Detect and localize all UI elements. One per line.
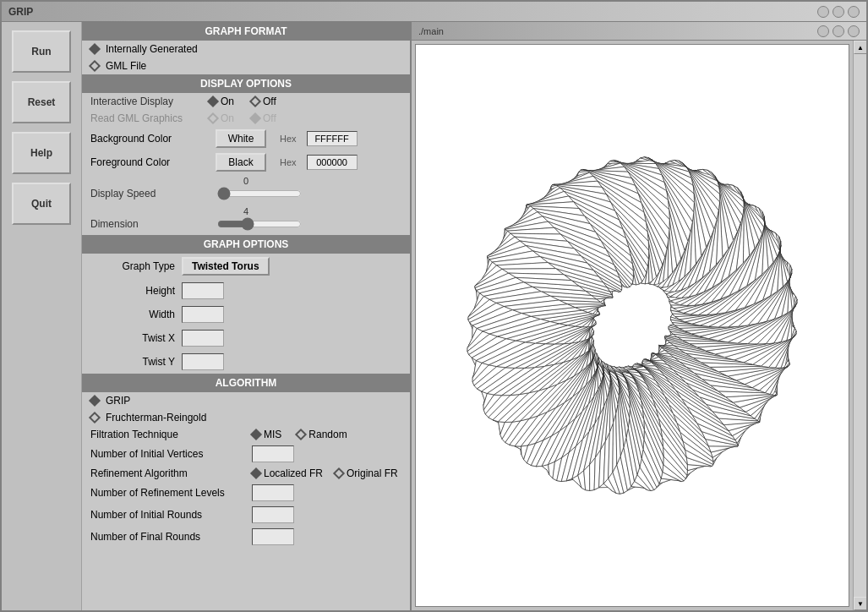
display-speed-label: Display Speed bbox=[90, 188, 209, 199]
initial-vertices-row: Number of Initial Vertices 4 bbox=[82, 443, 410, 465]
random-item[interactable]: Random bbox=[297, 429, 347, 440]
background-hex-label: Hex bbox=[280, 134, 297, 144]
graph-type-label: Graph Type bbox=[90, 260, 175, 272]
localized-fr-label: Localized FR bbox=[264, 467, 323, 479]
internally-generated-selected-icon bbox=[89, 43, 101, 55]
app-window: GRIP Run Reset Help Quit GRAPH FORMAT In… bbox=[0, 0, 868, 612]
interactive-display-label: Interactive Display bbox=[90, 96, 209, 107]
refinement-levels-label: Number of Refinement Levels bbox=[90, 487, 247, 499]
close-btn[interactable] bbox=[817, 6, 829, 18]
title-bar: GRIP bbox=[2, 2, 866, 22]
initial-rounds-input[interactable]: 20 bbox=[252, 506, 294, 523]
random-icon bbox=[295, 429, 307, 440]
quit-button[interactable]: Quit bbox=[12, 183, 71, 225]
twist-x-input[interactable]: 4 bbox=[182, 330, 224, 347]
refinement-label: Refinement Algorithm bbox=[90, 467, 247, 479]
canvas-area bbox=[415, 44, 849, 607]
canvas-close-btn[interactable] bbox=[817, 25, 829, 37]
dimension-container: 4 Dimension bbox=[82, 205, 410, 235]
title-bar-buttons bbox=[817, 6, 860, 18]
initial-vertices-input[interactable]: 4 bbox=[252, 445, 294, 462]
read-gml-on-label: On bbox=[221, 112, 234, 124]
initial-rounds-label: Number of Initial Rounds bbox=[90, 509, 247, 521]
background-color-button[interactable]: White bbox=[216, 129, 266, 148]
canvas-maximize-btn[interactable] bbox=[848, 25, 860, 37]
height-row: Height 40 bbox=[82, 279, 410, 303]
height-label: Height bbox=[90, 285, 175, 297]
twist-x-label: Twist X bbox=[90, 332, 175, 344]
mis-icon bbox=[250, 429, 262, 440]
graph-type-button[interactable]: Twisted Torus bbox=[182, 257, 270, 276]
interactive-display-group: On Off bbox=[209, 96, 276, 107]
twist-y-input[interactable]: 2 bbox=[182, 353, 224, 370]
initial-vertices-label: Number of Initial Vertices bbox=[90, 448, 247, 460]
grip-row: GRIP bbox=[82, 392, 410, 409]
scroll-down-button[interactable]: ▼ bbox=[854, 597, 866, 610]
original-fr-item[interactable]: Original FR bbox=[335, 467, 398, 479]
width-input[interactable]: 30 bbox=[182, 306, 224, 323]
canvas-panel: ./main bbox=[412, 22, 866, 610]
random-label: Random bbox=[308, 429, 347, 440]
control-panel: GRAPH FORMAT Internally Generated GML Fi… bbox=[82, 22, 412, 610]
interactive-on-icon bbox=[207, 96, 219, 107]
maximize-btn[interactable] bbox=[848, 6, 860, 18]
dimension-label: Dimension bbox=[90, 218, 209, 230]
app-title: GRIP bbox=[8, 6, 33, 18]
minimize-btn[interactable] bbox=[833, 6, 844, 18]
initial-rounds-row: Number of Initial Rounds 20 bbox=[82, 504, 410, 526]
original-fr-label: Original FR bbox=[347, 467, 398, 479]
foreground-color-label: Foreground Color bbox=[90, 156, 209, 168]
interactive-display-row: Interactive Display On Off bbox=[82, 93, 410, 110]
original-fr-icon bbox=[333, 467, 345, 479]
help-button[interactable]: Help bbox=[12, 132, 71, 174]
height-input[interactable]: 40 bbox=[182, 282, 224, 299]
localized-fr-item[interactable]: Localized FR bbox=[252, 467, 323, 479]
width-row: Width 30 bbox=[82, 303, 410, 326]
grip-label: GRIP bbox=[106, 395, 130, 407]
display-speed-slider[interactable] bbox=[217, 188, 302, 199]
display-speed-row: Display Speed bbox=[90, 188, 401, 199]
localized-fr-icon bbox=[250, 467, 262, 479]
fr-label: Fruchterman-Reingold bbox=[106, 412, 206, 423]
scroll-up-button[interactable]: ▲ bbox=[854, 41, 866, 54]
final-rounds-row: Number of Final Rounds 20 bbox=[82, 526, 410, 548]
dimension-row: Dimension bbox=[90, 218, 401, 230]
gml-file-label: GML File bbox=[106, 60, 146, 72]
display-speed-value: 0 bbox=[90, 176, 401, 186]
final-rounds-label: Number of Final Rounds bbox=[90, 531, 247, 543]
twist-x-row: Twist X 4 bbox=[82, 326, 410, 350]
graph-format-header: GRAPH FORMAT bbox=[82, 22, 410, 41]
refinement-levels-input[interactable]: 1 bbox=[252, 484, 294, 501]
dimension-slider[interactable] bbox=[217, 218, 302, 230]
refinement-levels-row: Number of Refinement Levels 1 bbox=[82, 482, 410, 504]
read-gml-label: Read GML Graphics bbox=[90, 112, 209, 124]
sidebar: Run Reset Help Quit bbox=[2, 22, 82, 610]
read-gml-row: Read GML Graphics On Off bbox=[82, 110, 410, 127]
read-gml-off-label: Off bbox=[263, 112, 276, 124]
foreground-hex-value: 000000 bbox=[307, 155, 358, 170]
background-hex-value: FFFFFF bbox=[307, 131, 358, 146]
interactive-on-item[interactable]: On bbox=[209, 96, 234, 107]
run-button[interactable]: Run bbox=[12, 30, 71, 73]
canvas-minimize-btn[interactable] bbox=[833, 25, 844, 37]
canvas-title: ./main bbox=[418, 26, 444, 36]
display-options-header: DISPLAY OPTIONS bbox=[82, 74, 410, 93]
graph-options-header: GRAPH OPTIONS bbox=[82, 235, 410, 254]
foreground-color-row: Foreground Color Black Hex 000000 bbox=[82, 150, 410, 174]
gml-file-icon bbox=[89, 60, 101, 72]
filtration-label: Filtration Technique bbox=[90, 429, 247, 440]
display-speed-container: 0 Display Speed bbox=[82, 174, 410, 205]
mis-item[interactable]: MIS bbox=[252, 429, 281, 440]
internally-generated-row: Internally Generated bbox=[82, 41, 410, 57]
interactive-off-icon bbox=[249, 96, 261, 107]
dimension-value: 4 bbox=[90, 206, 401, 216]
final-rounds-input[interactable]: 20 bbox=[252, 528, 294, 545]
interactive-off-label: Off bbox=[263, 96, 276, 107]
graph-type-row: Graph Type Twisted Torus bbox=[82, 254, 410, 279]
background-color-row: Background Color White Hex FFFFFF bbox=[82, 127, 410, 150]
vertical-scrollbar[interactable]: ▲ ▼ bbox=[853, 41, 866, 610]
interactive-off-item[interactable]: Off bbox=[251, 96, 276, 107]
foreground-color-button[interactable]: Black bbox=[216, 153, 266, 172]
refinement-row: Refinement Algorithm Localized FR Origin… bbox=[82, 465, 410, 482]
reset-button[interactable]: Reset bbox=[12, 81, 71, 123]
